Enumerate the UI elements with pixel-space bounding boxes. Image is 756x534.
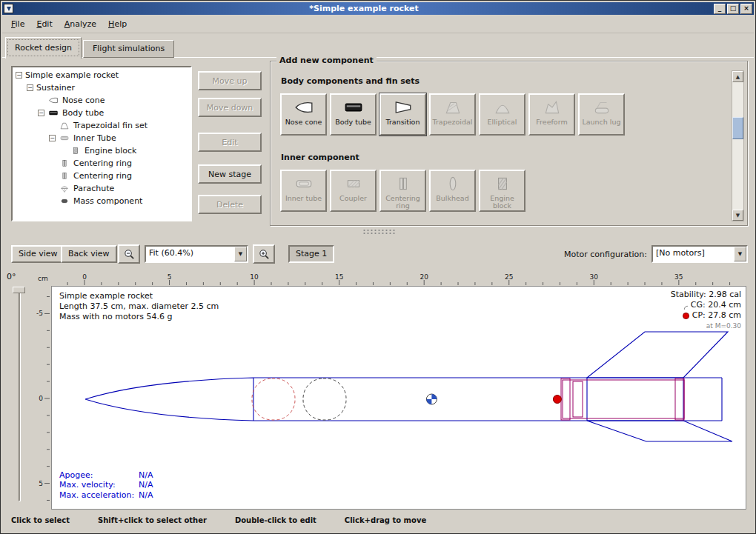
maximize-button[interactable]: □ [727, 4, 739, 14]
tree-expander-icon[interactable]: − [38, 110, 44, 116]
zoom-dropdown-arrow-icon[interactable]: ▼ [234, 247, 247, 261]
new-stage-button[interactable]: New stage [198, 164, 262, 184]
tree-item-trapezoidal-fin-set[interactable]: Trapezoidal fin set [13, 119, 190, 132]
svg-text:25: 25 [505, 273, 513, 281]
nosecone-icon [291, 98, 316, 117]
svg-text:10: 10 [250, 273, 259, 281]
tree-expander-icon[interactable]: − [49, 135, 56, 141]
tab-flight-simulations[interactable]: Flight simulations [83, 40, 174, 58]
tree-item-simple-example-rocket[interactable]: −Simple example rocket [13, 69, 190, 81]
menu-analyze[interactable]: Analyze [59, 17, 102, 31]
add-engine-block-button: Engine block [479, 170, 525, 212]
flight-data-row: Apogee:N/A [59, 470, 153, 481]
tab-rocket-design[interactable]: Rocket design [5, 37, 82, 59]
tree-item-centering-ring[interactable]: Centering ring [13, 170, 190, 182]
close-button[interactable]: × [740, 4, 752, 14]
component-button-label: Freeform [536, 119, 567, 126]
rocket-info: Simple example rocket Length 37.5 cm, ma… [59, 291, 219, 322]
bodytube-icon [47, 108, 59, 118]
component-button-label: Elliptical [488, 119, 517, 126]
svg-text:5: 5 [168, 273, 172, 281]
add-nose-cone-button[interactable]: Nose cone [280, 93, 327, 136]
action-buttons: Move upMove downEditNew stageDelete [198, 58, 262, 221]
move-up-button: Move up [198, 71, 262, 90]
inner-tube-drawing[interactable] [561, 378, 684, 420]
cp-symbol [553, 396, 561, 404]
titlebar[interactable]: *Simple example rocket _ □ × [2, 2, 754, 15]
zoom-level-value: Fit (60.4%) [146, 247, 234, 261]
coupler-icon [341, 174, 366, 193]
zoom-out-icon [123, 248, 136, 261]
tree-item-parachute[interactable]: Parachute [13, 182, 190, 195]
zoom-level-select[interactable]: Fit (60.4%) ▼ [145, 245, 248, 263]
side-view-button[interactable]: Side view [11, 245, 65, 263]
tree-item-inner-tube[interactable]: −Inner Tube [13, 132, 190, 144]
scroll-down-icon: ▼ [736, 213, 740, 218]
add-body-tube-button[interactable]: Body tube [330, 93, 377, 136]
scrollbar-thumb[interactable] [732, 117, 743, 139]
svg-text:-5: -5 [36, 310, 43, 317]
fin-set-drawing[interactable] [587, 332, 732, 441]
tree-item-mass-component[interactable]: Mass component [13, 195, 190, 207]
menu-edit[interactable]: Edit [30, 17, 58, 31]
app-window: *Simple example rocket _ □ × FileEditAna… [0, 0, 756, 534]
trapezoidal-icon [440, 98, 465, 117]
rocket-airframe[interactable] [85, 378, 722, 421]
rocket-canvas[interactable]: Simple example rocket Length 37.5 cm, ma… [51, 286, 746, 510]
bodytube-icon [341, 98, 366, 117]
component-button-label: Trapezoidal [433, 119, 473, 126]
tree-item-nose-cone[interactable]: Nose cone [13, 94, 190, 107]
app-icon[interactable] [4, 4, 13, 13]
inner-component-row: Inner tubeCouplerCentering ringBulkheadE… [280, 170, 525, 212]
svg-text:5: 5 [39, 480, 43, 487]
finset-icon [59, 121, 70, 130]
menu-file[interactable]: File [5, 17, 30, 31]
tree-item-engine-block[interactable]: Engine block [13, 144, 190, 157]
component-button-label: Engine block [480, 195, 524, 210]
zoom-out-button[interactable] [118, 244, 140, 264]
menu-help[interactable]: Help [102, 17, 133, 31]
cp-icon [683, 313, 689, 319]
tree-item-body-tube[interactable]: −Body tube [13, 107, 190, 119]
motor-dropdown-arrow-icon[interactable]: ▼ [734, 247, 746, 261]
flight-data-value: N/A [139, 470, 153, 481]
rocket-dimensions-text: Length 37.5 cm, max. diameter 2.5 cm [59, 301, 219, 312]
splitter-handle[interactable] [362, 229, 395, 236]
tree-item-sustainer[interactable]: −Sustainer [13, 81, 190, 94]
scroll-up-icon: ▲ [736, 74, 740, 80]
minimize-button[interactable]: _ [714, 4, 726, 14]
add-transition-button[interactable]: Transition [379, 93, 426, 136]
zoom-in-button[interactable] [253, 244, 275, 264]
cg-symbol [426, 394, 437, 404]
component-button-label: Centering ring [381, 195, 425, 210]
flight-data: Apogee:N/AMax. velocity:N/AMax. accelera… [59, 470, 153, 501]
motor-configuration-select[interactable]: [No motors] ▼ [651, 245, 748, 263]
component-tree[interactable]: −Simple example rocket−SustainerNose con… [11, 66, 192, 221]
motor-configuration-value: [No motors] [653, 247, 734, 261]
innertube-icon [59, 133, 70, 143]
tree-expander-icon[interactable]: − [27, 84, 33, 91]
flight-data-label: Apogee: [59, 470, 139, 481]
status-hint: Click+drag to move [345, 516, 426, 524]
status-hint: Click to select [11, 516, 70, 524]
back-view-button[interactable]: Back view [61, 245, 117, 263]
tree-expander-icon[interactable]: − [16, 72, 22, 79]
stage-1-toggle[interactable]: Stage 1 [288, 245, 334, 263]
rotation-slider[interactable] [12, 287, 27, 504]
tree-item-label: Centering ring [73, 158, 132, 168]
component-scrollbar[interactable]: ▲ ▼ [732, 70, 744, 221]
nosecone-icon [47, 96, 59, 105]
add-bulkhead-button: Bulkhead [429, 170, 476, 212]
scroll-down-button[interactable]: ▼ [732, 210, 743, 221]
move-down-button: Move down [198, 98, 262, 117]
status-hint: Double-click to edit [235, 516, 316, 524]
scroll-up-button[interactable]: ▲ [732, 71, 743, 82]
elliptical-icon [490, 98, 515, 117]
tree-item-label: Mass component [73, 196, 142, 206]
mass-component-drawing[interactable] [303, 378, 346, 420]
rotation-slider-track[interactable] [19, 288, 21, 501]
inner-components-label: Inner component [281, 153, 359, 162]
tree-item-centering-ring[interactable]: Centering ring [13, 157, 190, 170]
rotation-slider-thumb[interactable] [13, 287, 25, 293]
parachute-drawing[interactable] [252, 378, 295, 420]
